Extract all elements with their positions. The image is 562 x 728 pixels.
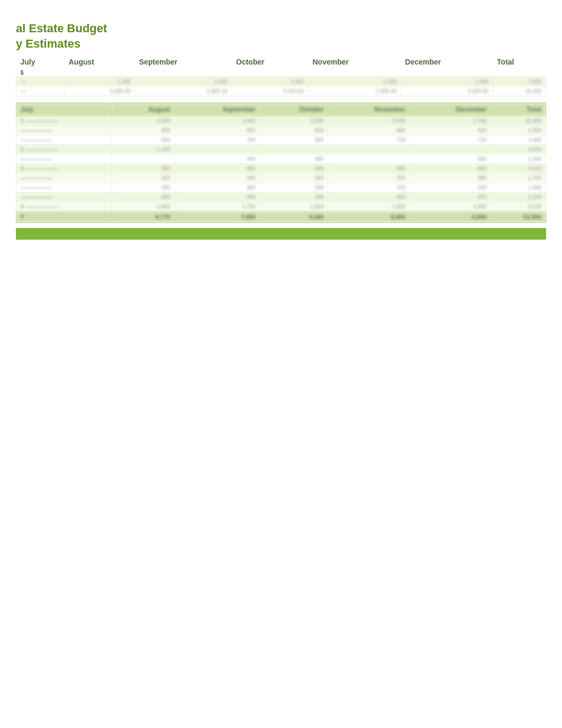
s2-col-aug: August <box>112 103 175 116</box>
table-row: —————— 450 480 500 2,240 <box>16 154 546 163</box>
table-row: 2. —————— 1,100 3,200 <box>16 144 546 154</box>
table-row: —————— 320 340 360 350 380 1,750 <box>16 173 546 183</box>
s2-col-sep: September <box>175 103 260 116</box>
s2-col-nov: November <box>328 103 410 116</box>
spacer-row <box>16 96 546 103</box>
col-october: October <box>232 56 308 68</box>
table-row: —————— 280 300 290 310 320 1,500 <box>16 183 546 192</box>
table-row: 3. —————— 900 850 920 880 860 4,410 <box>16 163 546 173</box>
section2-header-row: July August September October November D… <box>16 103 546 116</box>
section2-total-row: T 8,770 7,880 9,480 8,860 8,800 52,800 <box>16 211 546 222</box>
col-august: August <box>65 56 135 68</box>
table-row: —————— 420 440 450 460 470 2,240 <box>16 192 546 202</box>
dollar-row: $ <box>16 68 546 77</box>
s2-col-oct: October <box>260 103 328 116</box>
table-row: 1. —————— 2,500 2,400 2,600 2,550 2,700 … <box>16 116 546 125</box>
budget-table-wrapper: July August September October November D… <box>16 56 546 240</box>
page-title: al Estate Budget y Estimates <box>16 21 546 51</box>
table-row: 4. —————— 1,800 1,750 1,850 1,820 1,900 … <box>16 202 546 211</box>
section1-header-row: July August September October November D… <box>16 56 546 68</box>
summary-bar <box>16 228 546 240</box>
dollar-symbol: $ <box>16 68 65 77</box>
col-november: November <box>308 56 401 68</box>
col-december: December <box>401 56 493 68</box>
s2-col-tot: Total <box>491 103 546 116</box>
table-row: —————— 650 700 680 720 710 3,460 <box>16 135 546 144</box>
table-row: — 3,400.00 2,800.10 3,100.00 2,900.00 3,… <box>16 87 546 96</box>
s2-col-dec: December <box>410 103 491 116</box>
page-container: al Estate Budget y Estimates July August… <box>16 21 546 240</box>
budget-table-section1: July August September October November D… <box>16 56 546 103</box>
col-september: September <box>135 56 232 68</box>
budget-table-section2: July August September October November D… <box>16 103 546 223</box>
col-july: July <box>16 56 65 68</box>
s2-col-label: July <box>16 103 112 116</box>
table-row: — 1,200 1,100 1,300 1,250 1,400 7,600 <box>16 77 546 87</box>
table-row: —————— 800 850 900 880 920 4,350 <box>16 125 546 135</box>
col-total: Total <box>493 56 546 68</box>
